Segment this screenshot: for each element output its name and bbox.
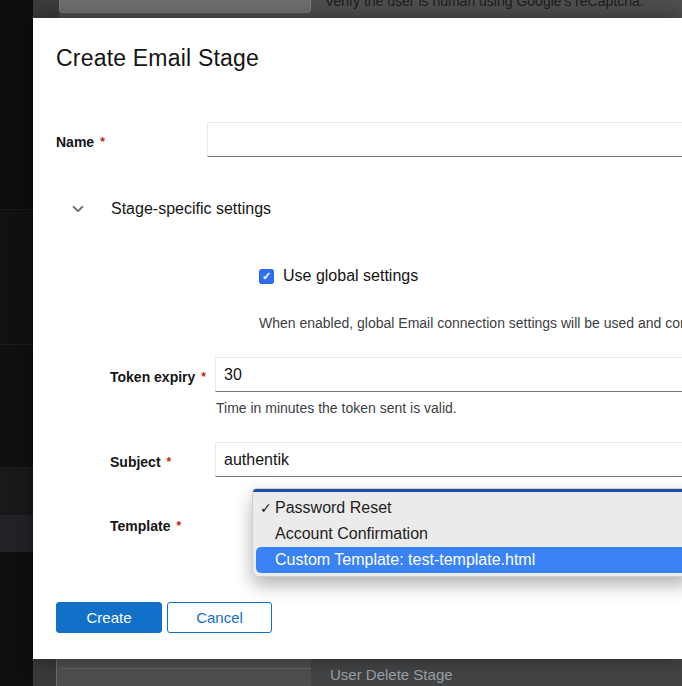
sidebar-segment: [0, 468, 33, 515]
create-button[interactable]: Create: [56, 602, 162, 633]
cancel-button[interactable]: Cancel: [167, 602, 272, 633]
dimmed-background-bottom: User Delete Stage: [33, 659, 682, 686]
dropdown-option-account-confirmation[interactable]: Account Confirmation: [253, 521, 682, 547]
subject-input[interactable]: [215, 442, 682, 477]
popup-top-accent: [253, 489, 682, 492]
create-email-stage-modal: Create Email Stage Name* Stage-specific …: [33, 18, 682, 659]
selected-check-icon: ✓: [260, 495, 274, 521]
token-expiry-input[interactable]: [215, 357, 682, 392]
sidebar-segment: [0, 0, 33, 210]
dimmed-background-top: Verify the user is human using Google's …: [33, 0, 682, 18]
use-global-settings-row: ✓ Use global settings: [259, 267, 418, 285]
sidebar-segment: [0, 515, 33, 552]
required-marker: *: [167, 455, 172, 469]
dimmed-divider: [61, 668, 311, 669]
token-expiry-help: Time in minutes the token sent is valid.: [216, 400, 457, 416]
token-expiry-label: Token expiry*: [110, 369, 206, 385]
dimmed-sidebar: [0, 0, 33, 686]
dropdown-option-password-reset[interactable]: ✓ Password Reset: [253, 495, 682, 521]
dimmed-cell-gap: [33, 0, 59, 18]
group-title: Stage-specific settings: [111, 200, 271, 218]
chevron-down-icon: [71, 202, 85, 216]
use-global-settings-help: When enabled, global Email connection se…: [259, 315, 682, 331]
screen: Verify the user is human using Google's …: [0, 0, 682, 686]
modal-title: Create Email Stage: [56, 45, 259, 72]
stage-settings-group-toggle[interactable]: Stage-specific settings: [71, 196, 271, 222]
template-dropdown-popup: ✓ Password Reset Account Confirmation Cu…: [252, 488, 682, 577]
name-label: Name*: [56, 134, 105, 150]
dimmed-cell-gap: [33, 659, 56, 686]
dimmed-row-text: User Delete Stage: [330, 666, 453, 683]
sidebar-segment: [0, 552, 33, 686]
required-marker: *: [100, 135, 105, 149]
dimmed-row-text: Verify the user is human using Google's …: [325, 0, 644, 9]
dropdown-option-custom-template[interactable]: Custom Template: test-template.html: [256, 547, 682, 573]
template-label: Template*: [110, 518, 181, 534]
sidebar-segment: [0, 346, 33, 468]
name-input[interactable]: [207, 122, 682, 157]
required-marker: *: [176, 519, 181, 533]
required-marker: *: [201, 370, 206, 384]
use-global-settings-checkbox[interactable]: ✓: [259, 269, 274, 284]
sidebar-segment: [0, 211, 33, 345]
use-global-settings-label: Use global settings: [283, 267, 418, 285]
dimmed-panel: [56, 659, 311, 686]
subject-label: Subject*: [110, 454, 171, 470]
dimmed-card: [59, 0, 311, 13]
